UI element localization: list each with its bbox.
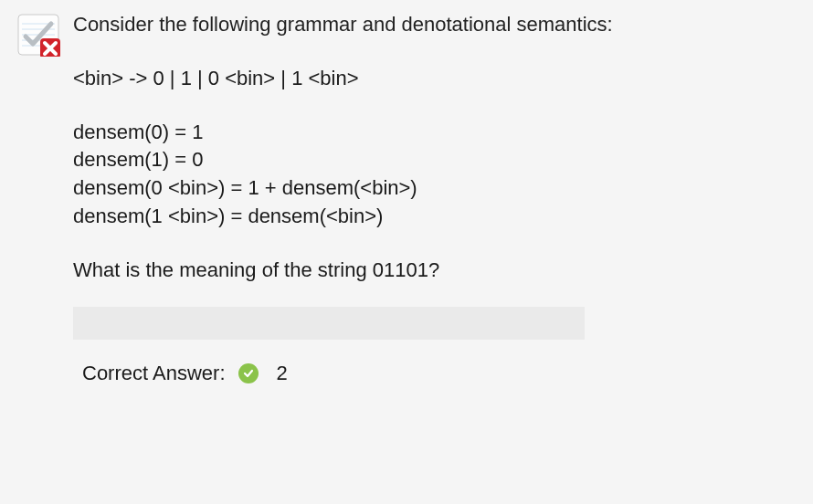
incorrect-icon	[16, 13, 60, 57]
question-prompt: What is the meaning of the string 01101?	[73, 257, 797, 285]
question-semantics: densem(0) = 1 densem(1) = 0 densem(0 <bi…	[73, 119, 797, 231]
correct-answer-value: 2	[277, 360, 288, 388]
question-block: Consider the following grammar and denot…	[16, 11, 797, 387]
semantics-line: densem(1) = 0	[73, 146, 797, 174]
question-grammar: <bin> -> 0 | 1 | 0 <bin> | 1 <bin>	[73, 65, 797, 93]
question-intro: Consider the following grammar and denot…	[73, 11, 797, 39]
correct-answer-label: Correct Answer:	[82, 360, 226, 388]
semantics-line: densem(0) = 1	[73, 119, 797, 147]
answer-input[interactable]	[73, 307, 585, 340]
prompt-text: What is the meaning of the string 01101?	[73, 257, 797, 285]
intro-text: Consider the following grammar and denot…	[73, 11, 797, 39]
correct-answer-row: Correct Answer: 2	[73, 360, 797, 388]
semantics-line: densem(0 <bin>) = 1 + densem(<bin>)	[73, 174, 797, 203]
semantics-line: densem(1 <bin>) = densem(<bin>)	[73, 203, 797, 231]
grammar-line: <bin> -> 0 | 1 | 0 <bin> | 1 <bin>	[73, 65, 797, 93]
checkmark-icon	[238, 363, 259, 383]
question-body: Consider the following grammar and denot…	[73, 11, 797, 387]
